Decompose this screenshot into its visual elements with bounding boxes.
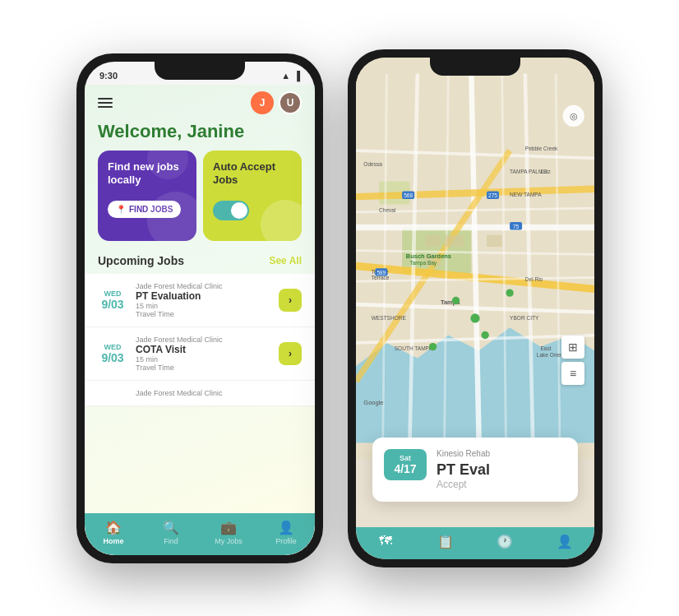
nav-item-myjobs[interactable]: 💼 My Jobs [200,520,257,545]
signal-icon: ▐ [293,71,300,81]
svg-rect-22 [487,234,502,246]
map-card-date: Sat 4/17 [384,449,427,480]
svg-text:Busch Gardens: Busch Gardens [406,252,451,260]
map-job-card[interactable]: Sat 4/17 Kinesio Rehab PT Eval Accept [372,438,578,502]
job-title-2: COTA Visit [136,344,270,355]
job-travel-1: 15 minTravel Time [136,302,270,318]
nav-item-profile[interactable]: 👤 Profile [257,520,315,545]
hamburger-menu[interactable] [98,98,113,108]
notch [155,62,245,80]
svg-text:WESTSHORE: WESTSHORE [372,314,407,320]
status-time: 9:30 [99,71,118,81]
nav-item-home[interactable]: 🏠 Home [85,520,142,545]
welcome-section: Welcome, Janine [85,118,315,151]
nav-myjobs-label: My Jobs [215,537,242,545]
notch-2 [430,58,520,76]
bottom-nav-map: 🗺 📋 🕐 👤 [356,527,594,559]
job-num-2: 9/03 [98,351,127,364]
svg-text:SOUTH TAMPA: SOUTH TAMPA [395,345,433,351]
job-date-1: WED 9/03 [98,289,127,311]
svg-point-49 [470,313,479,322]
nav-map-item-history[interactable]: 🕐 [475,534,535,549]
job-info-2: Jade Forest Medical Clinic COTA Visit 15… [136,336,270,372]
auto-accept-toggle[interactable] [213,201,249,220]
avatar2-label: U [287,97,294,109]
find-jobs-title: Find new jobs locally [108,160,187,188]
svg-text:Del Rio: Del Rio [525,276,543,282]
nav-map-item-profile[interactable]: 👤 [535,534,595,549]
table-row[interactable]: Jade Forest Medical Clinic [85,381,315,406]
phone-1-screen: 9:30 ▲ ▐ J [85,62,315,555]
see-all-link[interactable]: See All [269,255,302,266]
svg-text:Lake Orient: Lake Orient [537,351,565,357]
upcoming-header: Upcoming Jobs See All [85,251,315,274]
location-icon: 📍 [116,205,126,214]
table-row[interactable]: WED 9/03 Jade Forest Medical Clinic PT E… [85,274,315,327]
svg-text:East: East [541,345,552,351]
find-icon: 🔍 [163,520,179,535]
auto-accept-card: Auto Accept Jobs [203,151,302,241]
app-content: J U Welcome, Janine Fin [85,85,315,555]
bottom-nav: 🏠 Home 🔍 Find 💼 My Jobs 👤 Profile [85,513,315,555]
map-options-button[interactable]: ≡ [561,362,584,385]
nav-map-item-map[interactable]: 🗺 [356,534,416,549]
job-title-1: PT Evaluation [136,290,270,302]
nav-home-label: Home [103,537,123,545]
job-arrow-1[interactable]: › [279,289,302,312]
map-icon: 🗺 [379,534,392,549]
map-card-clinic: Kinesio Rehab [436,449,490,458]
svg-text:Tampa Bay: Tampa Bay [409,260,436,266]
svg-point-50 [452,296,460,303]
svg-point-51 [481,331,488,338]
table-row[interactable]: WED 9/03 Jade Forest Medical Clinic COTA… [85,327,315,381]
header-icons: J U [251,91,302,114]
job-num-1: 9/03 [98,298,127,311]
job-travel-2: 15 minTravel Time [136,355,270,372]
phone-2-screen: Busch Gardens Tampa Bay NEW TAMPA TAMPA … [356,58,594,559]
job-arrow-2[interactable]: › [279,342,302,365]
map-view[interactable]: Busch Gardens Tampa Bay NEW TAMPA TAMPA … [356,58,594,459]
auto-accept-title: Auto Accept Jobs [213,160,292,188]
svg-rect-20 [425,234,441,246]
myjobs-icon: 💼 [220,520,237,535]
svg-text:Odessa: Odessa [363,160,382,166]
find-jobs-btn-label: FIND JOBS [129,205,173,214]
svg-text:75: 75 [513,223,520,229]
svg-text:◎: ◎ [570,110,578,120]
job-clinic-3: Jade Forest Medical Clinic [136,389,302,397]
nav-map-item-list[interactable]: 📋 [416,534,476,549]
svg-text:Pebble Creek: Pebble Creek [525,146,558,151]
job-list: WED 9/03 Jade Forest Medical Clinic PT E… [85,274,315,406]
history-icon: 🕐 [497,534,513,549]
phone-1: 9:30 ▲ ▐ J [76,53,323,563]
svg-text:YBOR CITY: YBOR CITY [510,314,539,320]
svg-point-53 [506,289,513,296]
profile-icon: 👤 [278,520,294,535]
map-card-date-num: 4/17 [392,462,418,475]
svg-point-52 [429,342,436,350]
wifi-icon: ▲ [281,71,290,81]
avatar-notification[interactable]: J [251,91,274,114]
job-day-1: WED [98,289,127,298]
nav-item-find[interactable]: 🔍 Find [142,520,200,545]
avatar1-label: J [260,97,266,109]
job-date-2: WED 9/03 [98,343,127,364]
svg-text:568: 568 [404,192,413,198]
svg-rect-21 [445,234,464,246]
job-info-1: Jade Forest Medical Clinic PT Evaluation… [136,282,270,318]
nav-profile-label: Profile [275,537,297,545]
cards-row: Find new jobs locally 📍 FIND JOBS Auto A… [85,151,315,251]
phone-2: Busch Gardens Tampa Bay NEW TAMPA TAMPA … [348,49,603,567]
upcoming-heading: Upcoming Jobs [98,254,184,267]
job-info-3: Jade Forest Medical Clinic [136,389,302,397]
find-jobs-button[interactable]: 📍 FIND JOBS [108,201,181,218]
nav-find-label: Find [164,537,178,545]
map-card-accept[interactable]: Accept [436,479,490,490]
find-jobs-card: Find new jobs locally 📍 FIND JOBS [98,151,196,241]
avatar-user[interactable]: U [279,91,302,114]
welcome-heading: Welcome, Janine [98,121,302,142]
svg-text:589: 589 [376,269,386,275]
map-layers-button[interactable]: ⊞ [561,336,584,359]
svg-text:Lutz: Lutz [541,169,552,174]
svg-text:Cheval: Cheval [379,206,396,212]
